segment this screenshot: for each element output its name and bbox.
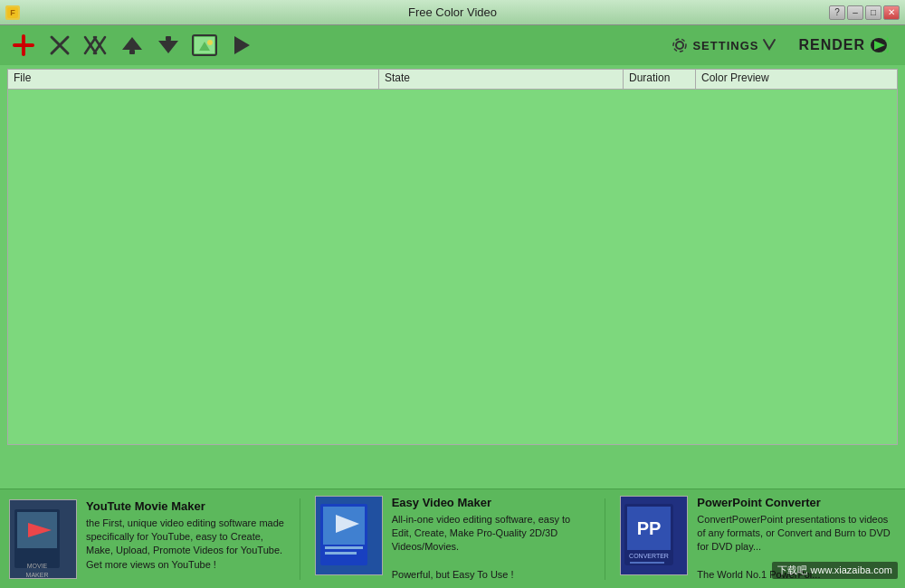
- window-title: Free Color Video: [408, 5, 497, 19]
- svg-text:CONVERTER: CONVERTER: [629, 553, 669, 559]
- ad-title-youtube: YouTute Movie Maker: [86, 499, 285, 513]
- svg-rect-12: [166, 36, 171, 41]
- app-icon: F: [5, 5, 20, 20]
- minimize-button[interactable]: –: [847, 5, 863, 20]
- ad-divider-2: [605, 498, 605, 580]
- ad-content-easy: Easy Video Maker All-in-one video editin…: [392, 496, 591, 583]
- restore-button[interactable]: □: [865, 5, 881, 20]
- render-label: RENDER: [798, 37, 865, 53]
- title-bar: F Free Color Video ? – □ ✕: [0, 0, 905, 25]
- ad-title-ppt: PowerPoint Converter: [697, 496, 896, 509]
- file-list: File State Duration Color Preview: [7, 69, 898, 445]
- svg-text:F: F: [10, 8, 15, 17]
- svg-rect-33: [325, 552, 357, 555]
- svg-point-19: [676, 42, 683, 49]
- svg-text:MOVIE: MOVIE: [27, 563, 48, 569]
- svg-text:PP: PP: [637, 518, 662, 538]
- move-down-button[interactable]: [154, 31, 183, 60]
- render-button[interactable]: RENDER: [791, 33, 896, 58]
- play-button[interactable]: [226, 31, 255, 60]
- window-controls: ? – □ ✕: [829, 5, 900, 20]
- file-list-body[interactable]: [8, 90, 897, 444]
- ad-divider-1: [300, 498, 300, 580]
- ad-thumb-youtube: MOVIE MAKER: [9, 499, 77, 579]
- col-color-preview-header: Color Preview: [696, 70, 897, 89]
- watermark: 下载吧 www.xiazaiba.com: [772, 562, 898, 579]
- svg-marker-10: [122, 37, 142, 50]
- ad-desc-youtube: the First, unique video editing software…: [86, 517, 285, 573]
- preview-button[interactable]: [190, 31, 219, 60]
- col-file-header: File: [8, 70, 379, 89]
- remove-button[interactable]: [45, 31, 74, 60]
- ad-title-easy: Easy Video Maker: [392, 496, 591, 509]
- ad-thumb-easy: [315, 496, 383, 575]
- settings-button[interactable]: SETTINGS: [663, 33, 784, 58]
- svg-point-17: [207, 40, 213, 45]
- settings-label: SETTINGS: [692, 39, 758, 52]
- help-button[interactable]: ?: [829, 5, 845, 20]
- move-up-button[interactable]: [118, 31, 147, 60]
- ad-desc-easy: All-in-one video editing software, easy …: [392, 513, 591, 583]
- add-button[interactable]: [9, 31, 38, 60]
- ad-item-easy[interactable]: Easy Video Maker All-in-one video editin…: [315, 496, 591, 583]
- toolbar: SETTINGS RENDER: [0, 25, 905, 65]
- ad-item-youtube[interactable]: MOVIE MAKER YouTute Movie Maker the Firs…: [9, 499, 285, 579]
- ad-content-youtube: YouTute Movie Maker the First, unique vi…: [86, 499, 285, 573]
- svg-marker-18: [234, 36, 250, 54]
- ad-thumb-ppt: PP CONVERTER: [620, 496, 688, 575]
- ads-bar: MOVIE MAKER YouTute Movie Maker the Firs…: [0, 488, 905, 588]
- svg-rect-32: [325, 546, 363, 549]
- svg-text:MAKER: MAKER: [26, 572, 49, 578]
- svg-rect-40: [630, 562, 664, 564]
- close-button[interactable]: ✕: [883, 5, 900, 20]
- svg-rect-11: [129, 50, 135, 54]
- col-duration-header: Duration: [624, 70, 696, 89]
- svg-marker-13: [158, 41, 178, 53]
- file-list-header: File State Duration Color Preview: [8, 70, 897, 90]
- remove-all-button[interactable]: [81, 31, 110, 60]
- col-state-header: State: [379, 70, 624, 89]
